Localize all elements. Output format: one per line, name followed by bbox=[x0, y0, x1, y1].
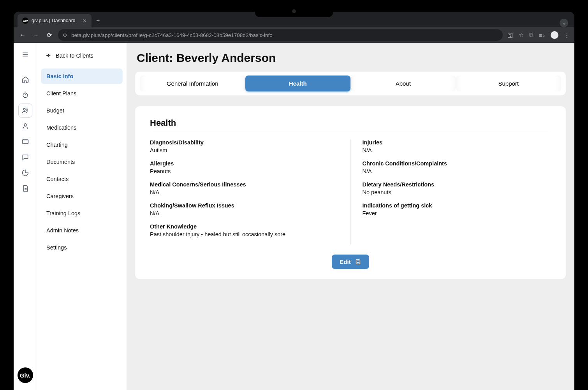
field-injuries: Injuries N/A bbox=[363, 139, 551, 153]
sidebar-item-budget[interactable]: Budget bbox=[41, 103, 123, 118]
field-value: N/A bbox=[363, 147, 551, 153]
field-choking: Choking/Swallow Reflux Issues N/A bbox=[150, 202, 339, 216]
rail-home[interactable] bbox=[18, 72, 32, 86]
field-medical-concerns: Medical Concerns/Serious Illnesses N/A bbox=[150, 181, 339, 195]
rail-timer[interactable] bbox=[18, 88, 32, 102]
browser-tab[interactable]: Giv giv.plus | Dashboard ✕ bbox=[18, 14, 92, 27]
sidebar-item-training-logs[interactable]: Training Logs bbox=[41, 206, 123, 221]
field-allergies: Allergies Peanuts bbox=[150, 160, 339, 174]
hamburger-icon bbox=[21, 51, 29, 58]
card-icon bbox=[21, 138, 29, 146]
person-icon bbox=[21, 122, 29, 130]
sidebar-item-caregivers[interactable]: Caregivers bbox=[41, 188, 123, 204]
chevron-down-icon[interactable]: ⌄ bbox=[560, 19, 568, 27]
field-label: Indications of getting sick bbox=[363, 202, 551, 209]
svg-point-0 bbox=[23, 93, 28, 98]
kebab-menu-icon[interactable]: ⋮ bbox=[564, 32, 570, 39]
url-input[interactable]: ⚙ beta.giv.plus/app/clients/profile/g-c2… bbox=[58, 29, 503, 41]
svg-rect-4 bbox=[22, 140, 28, 144]
extensions-icon[interactable]: ⧉ bbox=[529, 32, 533, 39]
field-value: N/A bbox=[150, 189, 339, 195]
field-diagnosis: Diagnosis/Disability Autism bbox=[150, 139, 339, 153]
sidebar-item-admin-notes[interactable]: Admin Notes bbox=[41, 223, 123, 238]
field-value: Past shoulder injury - healed but still … bbox=[150, 231, 339, 237]
menu-toggle[interactable] bbox=[18, 47, 32, 61]
site-settings-icon[interactable]: ⚙ bbox=[63, 32, 67, 38]
field-value: Autism bbox=[150, 147, 339, 153]
arrow-left-icon bbox=[45, 52, 52, 59]
tab-support[interactable]: Support bbox=[456, 76, 562, 91]
edit-label: Edit bbox=[340, 258, 350, 265]
field-label: Choking/Swallow Reflux Issues bbox=[150, 202, 339, 209]
field-label: Medical Concerns/Serious Illnesses bbox=[150, 181, 339, 188]
back-icon[interactable]: ← bbox=[18, 32, 27, 39]
svg-point-2 bbox=[26, 109, 28, 110]
field-label: Other Knowledge bbox=[150, 223, 339, 230]
pie-icon bbox=[21, 169, 29, 177]
url-text: beta.giv.plus/app/clients/profile/g-c2c7… bbox=[71, 32, 273, 38]
field-label: Injuries bbox=[363, 139, 551, 146]
new-tab-button[interactable]: + bbox=[92, 14, 104, 27]
back-label: Back to Clients bbox=[56, 53, 93, 59]
brand-logo[interactable]: Giv. bbox=[18, 367, 33, 383]
field-label: Allergies bbox=[150, 160, 339, 167]
field-label: Dietary Needs/Restrictions bbox=[363, 181, 551, 188]
save-icon bbox=[355, 258, 361, 265]
rail-documents[interactable] bbox=[18, 181, 32, 195]
client-sidebar: Back to Clients Basic Info Client Plans … bbox=[37, 43, 127, 390]
document-icon bbox=[21, 184, 29, 192]
health-col-right: Injuries N/A Chronic Conditions/Complain… bbox=[351, 139, 551, 244]
sidebar-item-client-plans[interactable]: Client Plans bbox=[41, 86, 123, 101]
forward-icon: → bbox=[32, 32, 40, 39]
rail-caregivers[interactable] bbox=[18, 119, 32, 133]
field-value: Fever bbox=[363, 210, 551, 216]
chat-icon bbox=[21, 153, 29, 161]
sidebar-item-basic-info[interactable]: Basic Info bbox=[41, 69, 123, 84]
sidebar-item-charting[interactable]: Charting bbox=[41, 137, 123, 153]
page-title: Client: Beverly Anderson bbox=[135, 51, 566, 65]
sidebar-item-settings[interactable]: Settings bbox=[41, 240, 123, 255]
edit-button[interactable]: Edit bbox=[332, 255, 369, 269]
media-icon[interactable]: ≡♪ bbox=[539, 32, 545, 39]
field-dietary: Dietary Needs/Restrictions No peanuts bbox=[363, 181, 551, 195]
field-sick: Indications of getting sick Fever bbox=[363, 202, 551, 216]
rail-reports[interactable] bbox=[18, 166, 32, 180]
main-content: Client: Beverly Anderson General Informa… bbox=[127, 43, 574, 390]
home-icon bbox=[21, 76, 29, 83]
field-value: No peanuts bbox=[363, 189, 551, 195]
sidebar-item-contacts[interactable]: Contacts bbox=[41, 171, 123, 187]
field-label: Chronic Conditions/Complaints bbox=[363, 160, 551, 167]
field-value: N/A bbox=[150, 210, 339, 216]
reload-icon[interactable]: ⟳ bbox=[45, 32, 53, 39]
field-value: N/A bbox=[363, 168, 551, 174]
health-panel: Health Diagnosis/Disability Autism Aller… bbox=[135, 106, 566, 279]
browser-toolbar: ← → ⟳ ⚙ beta.giv.plus/app/clients/profil… bbox=[14, 27, 574, 43]
tab-title: giv.plus | Dashboard bbox=[32, 18, 76, 23]
star-icon[interactable]: ☆ bbox=[519, 32, 524, 39]
rail-billing[interactable] bbox=[18, 135, 32, 149]
profile-tabs: General Information Health About Support bbox=[135, 72, 566, 95]
tab-general-information[interactable]: General Information bbox=[140, 76, 245, 91]
rail-clients[interactable] bbox=[18, 104, 32, 118]
back-to-clients[interactable]: Back to Clients bbox=[41, 50, 123, 61]
rail-messages[interactable] bbox=[18, 150, 32, 164]
users-icon bbox=[21, 107, 29, 114]
tab-about[interactable]: About bbox=[350, 76, 456, 91]
tab-health[interactable]: Health bbox=[245, 76, 351, 91]
health-col-left: Diagnosis/Disability Autism Allergies Pe… bbox=[150, 139, 351, 244]
field-label: Diagnosis/Disability bbox=[150, 139, 339, 146]
key-icon[interactable]: ⚿ bbox=[507, 32, 513, 39]
close-icon[interactable]: ✕ bbox=[83, 18, 87, 24]
field-value: Peanuts bbox=[150, 168, 339, 174]
svg-point-1 bbox=[23, 108, 25, 110]
svg-point-3 bbox=[24, 124, 26, 126]
nav-rail: Giv. bbox=[14, 43, 37, 390]
sidebar-item-medications[interactable]: Medications bbox=[41, 120, 123, 135]
profile-icon[interactable] bbox=[551, 31, 558, 39]
panel-heading: Health bbox=[150, 118, 551, 133]
favicon-icon: Giv bbox=[22, 18, 28, 24]
sidebar-item-documents[interactable]: Documents bbox=[41, 154, 123, 170]
field-chronic: Chronic Conditions/Complaints N/A bbox=[363, 160, 551, 174]
field-other-knowledge: Other Knowledge Past shoulder injury - h… bbox=[150, 223, 339, 237]
stopwatch-icon bbox=[21, 91, 29, 99]
